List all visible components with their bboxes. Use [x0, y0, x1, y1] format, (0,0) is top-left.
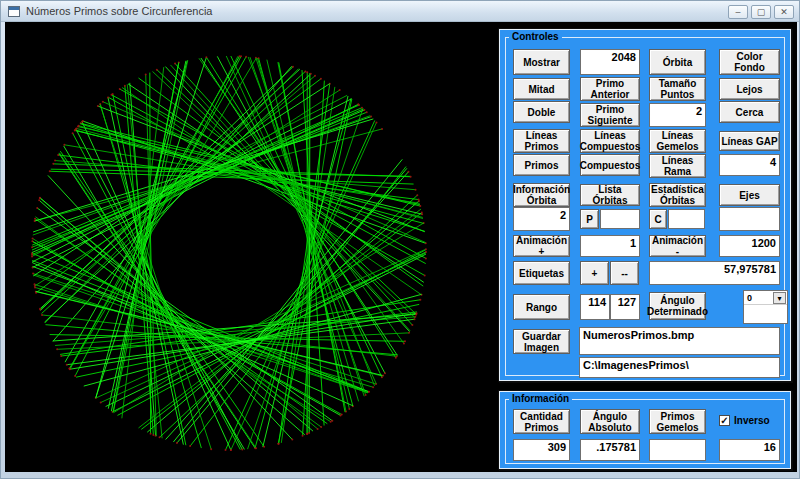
doble-button[interactable]: Doble [513, 101, 570, 123]
animacion-mas-button[interactable]: Animación + [513, 235, 570, 257]
lineas-gemelos-button[interactable]: Líneas Gemelos [649, 129, 706, 153]
controles-panel: Controles Mostrar 2048 Órbita Color Fond… [499, 29, 791, 381]
lineas-primos-button[interactable]: Líneas Primos [513, 129, 570, 153]
etiquetas-button[interactable]: Etiquetas [513, 261, 570, 285]
orbita-field[interactable]: 2 [513, 207, 570, 231]
ejes-button[interactable]: Ejes [719, 184, 780, 206]
cerca-button[interactable]: Cerca [719, 101, 780, 123]
angulo-combo-list[interactable] [744, 305, 787, 321]
primo-siguiente-button[interactable]: Primo Siguiente [580, 103, 640, 127]
guardar-imagen-button[interactable]: Guardar Imagen [513, 329, 570, 354]
informacion-label: Información [509, 393, 572, 405]
c-button[interactable]: C [649, 209, 667, 229]
animacion-menos-button[interactable]: Animación - [649, 235, 706, 257]
ruta-field[interactable]: C:\ImagenesPrimos\ [579, 357, 780, 378]
animacion-menos-field[interactable]: 1200 [719, 235, 780, 257]
estadistica-orbitas-button[interactable]: Estadística Órbitas [649, 183, 706, 207]
angulo-combo[interactable]: 0 ▾ [743, 290, 788, 324]
lineas-gap-button[interactable]: Líneas GAP [719, 131, 780, 151]
total-puntos-field[interactable]: 2048 [580, 49, 640, 75]
estadistica-field[interactable] [668, 209, 705, 229]
window-icon [8, 6, 20, 17]
app-window: Números Primos sobre Circunferencia – ▢ … [0, 0, 800, 479]
lista-orbitas-button[interactable]: Lista Órbitas [580, 184, 640, 206]
color-fondo-button[interactable]: Color Fondo [719, 49, 780, 75]
primos-button[interactable]: Primos [513, 154, 570, 176]
angulo-absoluto-button[interactable]: Ángulo Absoluto [580, 409, 640, 434]
cantidad-primos-field[interactable]: 309 [513, 439, 570, 461]
angulo-combo-edit[interactable]: 0 ▾ [744, 291, 787, 305]
primo-anterior-button[interactable]: Primo Anterior [580, 77, 640, 101]
checkbox-icon: ✓ [719, 415, 730, 426]
minus-button[interactable]: -- [610, 261, 639, 285]
angulo-field[interactable]: 57,975781 [649, 261, 780, 285]
lineas-compuestos-button[interactable]: Líneas Compuestos [580, 129, 640, 153]
client-area: Controles Mostrar 2048 Órbita Color Fond… [5, 22, 797, 472]
inverso-checkbox[interactable]: ✓ Inverso [719, 412, 780, 428]
nombre-archivo-field[interactable]: NumerosPrimos.bmp [579, 327, 780, 355]
ejes-field[interactable] [719, 207, 780, 231]
rango-button[interactable]: Rango [513, 294, 570, 320]
controles-label: Controles [509, 31, 562, 43]
compuestos-button[interactable]: Compuestos [580, 154, 640, 176]
primos-gemelos-button[interactable]: Primos Gemelos [649, 409, 706, 434]
title-bar: Números Primos sobre Circunferencia – ▢ … [1, 1, 800, 22]
rango-desde-field[interactable]: 114 [580, 294, 610, 320]
primos-gemelos-field[interactable] [649, 439, 706, 461]
informacion-panel: Información Cantidad Primos Ángulo Absol… [499, 391, 791, 469]
close-icon[interactable]: ✕ [774, 5, 794, 19]
tamano-puntos-field[interactable]: 2 [649, 103, 706, 127]
rango-hasta-field[interactable]: 127 [610, 294, 640, 320]
orbita-button[interactable]: Órbita [649, 49, 706, 75]
lejos-button[interactable]: Lejos [719, 78, 780, 100]
mitad-button[interactable]: Mitad [513, 78, 570, 100]
angulo-determinado-button[interactable]: Ángulo Determinado [649, 292, 706, 320]
window-controls: – ▢ ✕ [728, 5, 794, 19]
lista-orbitas-field[interactable] [600, 209, 640, 229]
angulo-combo-value: 0 [744, 293, 752, 303]
minimize-icon[interactable]: – [728, 5, 748, 19]
plus-button[interactable]: + [580, 261, 609, 285]
informacion-orbita-button[interactable]: Información Órbita [513, 183, 570, 207]
tamano-puntos-button[interactable]: Tamaño Puntos [649, 77, 706, 101]
inverso-label: Inverso [734, 415, 770, 426]
maximize-icon[interactable]: ▢ [751, 5, 771, 19]
gap-field[interactable]: 4 [719, 154, 780, 176]
p-button[interactable]: P [580, 209, 599, 229]
lineas-rama-button[interactable]: Líneas Rama [649, 154, 706, 178]
animacion-mas-field[interactable]: 1 [580, 235, 640, 257]
window-title: Números Primos sobre Circunferencia [26, 5, 212, 17]
chevron-down-icon[interactable]: ▾ [773, 292, 786, 304]
mostrar-button[interactable]: Mostrar [513, 49, 570, 75]
angulo-absoluto-field[interactable]: .175781 [580, 439, 640, 461]
inverso-field[interactable]: 16 [719, 439, 780, 461]
cantidad-primos-button[interactable]: Cantidad Primos [513, 409, 570, 434]
